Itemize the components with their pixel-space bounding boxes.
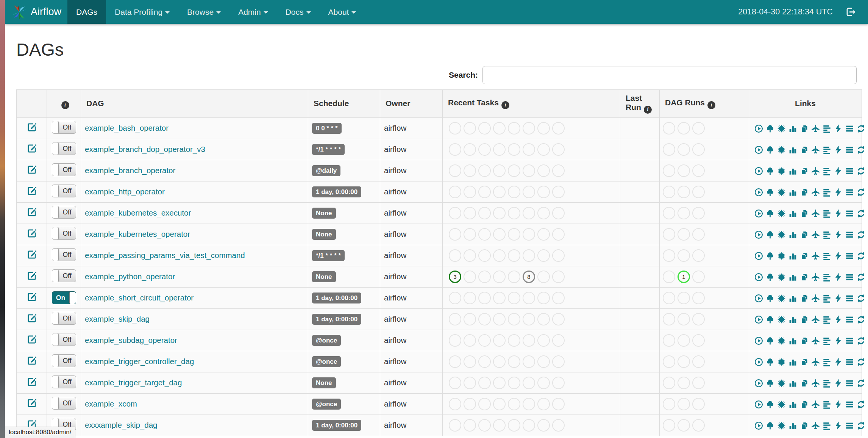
dag-link[interactable]: example_kubernetes_operator (85, 230, 190, 238)
task-state-circle[interactable] (449, 186, 461, 198)
task-duration-icon[interactable] (788, 335, 797, 345)
task-state-circle[interactable] (478, 249, 491, 262)
task-state-circle[interactable] (508, 164, 520, 177)
task-state-circle[interactable] (478, 355, 491, 368)
refresh-icon[interactable] (857, 144, 865, 154)
task-state-circle[interactable] (523, 398, 535, 410)
code-view-icon[interactable] (834, 208, 843, 217)
task-state-circle[interactable] (537, 228, 550, 241)
task-state-circle[interactable] (508, 313, 520, 325)
task-state-circle[interactable] (552, 313, 565, 325)
tree-view-icon[interactable] (766, 399, 774, 408)
pause-toggle[interactable]: Off (52, 248, 76, 261)
landing-times-icon[interactable] (811, 144, 820, 154)
task-state-circle[interactable] (493, 164, 506, 177)
code-view-icon[interactable] (834, 420, 843, 430)
gantt-icon[interactable] (823, 272, 831, 281)
refresh-icon[interactable] (857, 250, 865, 260)
code-view-icon[interactable] (834, 357, 843, 366)
gantt-icon[interactable] (823, 123, 831, 133)
edit-dag-button[interactable] (27, 186, 37, 198)
task-duration-icon[interactable] (788, 272, 797, 281)
task-state-circle[interactable] (493, 228, 506, 241)
task-state-circle[interactable] (552, 186, 565, 198)
landing-times-icon[interactable] (811, 272, 820, 281)
task-state-circle[interactable] (493, 271, 506, 283)
task-state-circle[interactable] (523, 143, 535, 156)
tree-view-icon[interactable] (766, 208, 774, 217)
logs-icon[interactable] (845, 208, 854, 217)
graph-view-icon[interactable] (777, 293, 786, 302)
logs-icon[interactable] (845, 229, 854, 239)
dag-run-circle[interactable] (663, 249, 675, 262)
landing-times-icon[interactable] (811, 314, 820, 324)
graph-view-icon[interactable] (777, 335, 786, 345)
refresh-icon[interactable] (857, 420, 865, 430)
gantt-icon[interactable] (823, 378, 831, 387)
dag-run-circle[interactable] (692, 228, 705, 241)
task-state-circle[interactable] (464, 292, 476, 304)
tree-view-icon[interactable] (766, 144, 774, 154)
task-duration-icon[interactable] (788, 314, 797, 324)
graph-view-icon[interactable] (777, 314, 786, 324)
dag-run-circle[interactable] (663, 398, 675, 410)
pause-toggle[interactable]: Off (52, 397, 76, 410)
landing-times-icon[interactable] (811, 123, 820, 133)
gantt-icon[interactable] (823, 420, 831, 430)
task-duration-icon[interactable] (788, 166, 797, 175)
dag-run-circle[interactable] (663, 164, 675, 177)
code-view-icon[interactable] (834, 187, 843, 196)
task-state-circle[interactable] (478, 334, 491, 347)
graph-view-icon[interactable] (777, 378, 786, 387)
code-view-icon[interactable] (834, 335, 843, 345)
refresh-icon[interactable] (857, 272, 865, 281)
gantt-icon[interactable] (823, 357, 831, 366)
task-state-circle[interactable] (537, 334, 550, 347)
logout-button[interactable] (846, 0, 856, 24)
task-state-circle[interactable] (508, 207, 520, 219)
graph-view-icon[interactable] (777, 420, 786, 430)
task-state-circle[interactable] (449, 419, 461, 432)
task-duration-icon[interactable] (788, 378, 797, 387)
nav-item-about[interactable]: About (320, 0, 365, 24)
task-duration-icon[interactable] (788, 229, 797, 239)
dag-run-circle[interactable] (678, 355, 690, 368)
task-state-circle[interactable] (508, 355, 520, 368)
dag-run-circle[interactable] (678, 207, 690, 219)
task-state-circle[interactable] (552, 419, 565, 432)
trigger-dag-icon[interactable] (754, 293, 763, 302)
code-view-icon[interactable] (834, 250, 843, 260)
edit-dag-button[interactable] (27, 122, 37, 134)
task-duration-icon[interactable] (788, 399, 797, 408)
dag-link[interactable]: example_xcom (85, 399, 137, 408)
dag-run-circle[interactable] (678, 419, 690, 432)
tree-view-icon[interactable] (766, 250, 774, 260)
dag-link[interactable]: example_http_operator (85, 187, 165, 196)
edit-dag-button[interactable] (27, 207, 37, 219)
code-view-icon[interactable] (834, 272, 843, 281)
task-state-circle[interactable] (552, 355, 565, 368)
trigger-dag-icon[interactable] (754, 208, 763, 217)
code-view-icon[interactable] (834, 166, 843, 175)
logs-icon[interactable] (845, 293, 854, 302)
task-state-circle[interactable] (552, 122, 565, 135)
code-view-icon[interactable] (834, 314, 843, 324)
tree-view-icon[interactable] (766, 357, 774, 366)
task-state-circle[interactable] (464, 143, 476, 156)
task-state-circle[interactable]: 8 (523, 271, 535, 283)
edit-dag-button[interactable] (27, 144, 37, 155)
info-icon[interactable]: i (501, 101, 509, 109)
task-state-circle[interactable] (464, 313, 476, 325)
task-state-circle[interactable] (493, 207, 506, 219)
dag-run-circle[interactable] (663, 419, 675, 432)
gantt-icon[interactable] (823, 187, 831, 196)
dag-link[interactable]: example_passing_params_via_test_command (85, 251, 245, 260)
dag-run-circle[interactable] (692, 271, 705, 283)
task-state-circle[interactable] (552, 228, 565, 241)
gantt-icon[interactable] (823, 229, 831, 239)
task-state-circle[interactable] (493, 292, 506, 304)
task-state-circle[interactable] (464, 164, 476, 177)
task-state-circle[interactable] (523, 355, 535, 368)
dag-link[interactable]: example_branch_dop_operator_v3 (85, 145, 205, 153)
task-state-circle[interactable] (508, 143, 520, 156)
